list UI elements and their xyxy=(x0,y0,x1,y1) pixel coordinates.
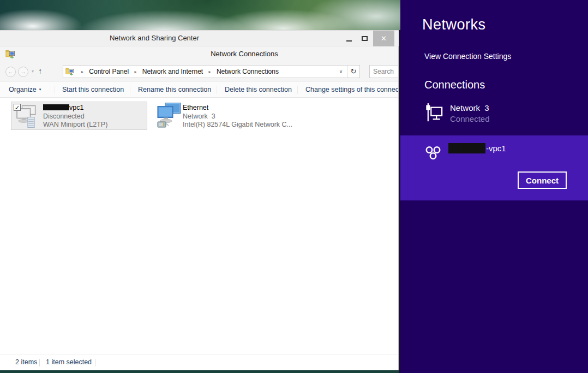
tile-checkbox[interactable]: ✓ xyxy=(14,104,21,111)
vpn-device: WAN Miniport (L2TP) xyxy=(43,121,107,129)
delete-connection-button[interactable]: Delete this connection xyxy=(225,82,292,97)
ethernet-computers-icon xyxy=(157,103,182,129)
nc-titlebar: Network Connections xyxy=(0,46,398,62)
back-button[interactable]: ← xyxy=(5,67,16,77)
search-box xyxy=(369,65,399,78)
redacted-name xyxy=(43,104,69,110)
toolbar-separator xyxy=(55,86,55,94)
navigation-bar: ← → ▾ ↑ ▸ Control Panel ▸ Netw xyxy=(0,62,398,81)
crumb-separator-icon: ▸ xyxy=(134,69,136,74)
wired-network-icon xyxy=(424,103,443,124)
maximize-button[interactable] xyxy=(358,31,371,46)
view-connection-settings-link[interactable]: View Connection Settings xyxy=(424,52,511,61)
start-connection-button[interactable]: Start this connection xyxy=(62,82,124,97)
networks-charm-panel: Networks View Connection Settings Connec… xyxy=(400,0,588,373)
status-separator xyxy=(95,359,95,366)
charm-ethernet-item[interactable]: Network 3 Connected xyxy=(424,103,490,124)
address-dropdown-button[interactable]: ∨ xyxy=(335,66,346,78)
redacted-name xyxy=(448,143,485,153)
toolbar-separator xyxy=(297,86,298,94)
charm-vpn-item-selected[interactable]: -vpc1 Connect xyxy=(400,135,588,200)
address-bar[interactable]: ▸ Control Panel ▸ Network and Internet ▸… xyxy=(63,65,360,78)
nsc-window-title: Network and Sharing Center xyxy=(0,31,309,46)
charm-network-status: Connected xyxy=(450,114,490,123)
vpn-tile-text: vpc1 Disconnected WAN Miniport (L2TP) xyxy=(43,104,107,129)
search-input[interactable] xyxy=(370,66,399,78)
breadcrumb-control-panel[interactable]: Control Panel xyxy=(89,68,129,75)
ethernet-device: Intel(R) 82574L Gigabit Network C... xyxy=(183,121,292,129)
ethernet-connection-tile[interactable]: Ethernet Network 3 Intel(R) 82574L Gigab… xyxy=(154,102,291,130)
breadcrumb: ▸ Control Panel ▸ Network and Internet ▸… xyxy=(77,66,279,78)
crumb-separator-icon: ▸ xyxy=(209,69,211,74)
close-icon: ✕ xyxy=(381,34,387,43)
connect-button[interactable]: Connect xyxy=(518,171,567,189)
breadcrumb-network-connections[interactable]: Network Connections xyxy=(217,68,279,75)
connections-heading: Connections xyxy=(424,79,485,91)
charm-network-name: Network 3 xyxy=(450,103,490,113)
vpn-connection-tile[interactable]: ✓ vpc1 Disconnected WAN Miniport (L2TP) xyxy=(11,102,147,130)
up-button[interactable]: ↑ xyxy=(38,66,43,75)
status-separator xyxy=(39,359,40,366)
network-connections-window: Network Connections ← → ▾ ↑ ▸ Con xyxy=(0,46,399,370)
charm-ethernet-text: Network 3 Connected xyxy=(450,103,490,124)
selected-count: 1 item selected xyxy=(46,354,92,370)
organize-menu[interactable]: Organize▾ xyxy=(9,82,41,97)
command-toolbar: Organize▾ Start this connection Rename t… xyxy=(0,81,398,98)
forward-icon: → xyxy=(20,68,26,75)
vpn-name: vpc1 xyxy=(69,104,83,111)
vpn-status: Disconnected xyxy=(43,113,107,121)
minimize-icon xyxy=(346,40,352,42)
ethernet-network: Network 3 xyxy=(183,113,292,121)
item-count: 2 items xyxy=(15,354,37,370)
toolbar-separator xyxy=(217,86,217,94)
charm-vpn-name: -vpc1 xyxy=(448,143,506,153)
forward-button[interactable]: → xyxy=(18,67,28,77)
change-settings-button[interactable]: Change settings of this connection xyxy=(305,82,399,97)
charm-title: Networks xyxy=(422,16,486,33)
network-sharing-center-titlebar: Network and Sharing Center ✕ xyxy=(0,30,399,46)
toolbar-separator xyxy=(130,86,130,94)
file-list-area[interactable]: ✓ vpc1 Disconnected WAN Miniport (L2TP) xyxy=(0,98,398,354)
refresh-button[interactable]: ↻ xyxy=(347,66,359,78)
ethernet-name: Ethernet xyxy=(183,104,292,113)
recent-locations-button[interactable]: ▾ xyxy=(32,69,34,74)
screen: Network and Sharing Center ✕ Network Con… xyxy=(0,0,588,373)
address-location-icon xyxy=(65,67,74,76)
nc-window-title: Network Connections xyxy=(0,46,399,62)
charm-vpn-name-suffix: -vpc1 xyxy=(486,144,506,153)
crumb-separator-icon: ▸ xyxy=(81,69,83,74)
maximize-icon xyxy=(362,36,368,41)
ethernet-tile-text: Ethernet Network 3 Intel(R) 82574L Gigab… xyxy=(183,104,292,129)
minimize-button[interactable] xyxy=(343,31,356,46)
vpn-knot-icon xyxy=(424,145,443,162)
status-bar: 2 items 1 item selected xyxy=(0,354,398,370)
close-button[interactable]: ✕ xyxy=(373,31,394,46)
organize-chevron-icon: ▾ xyxy=(39,87,41,91)
checkmark-icon: ✓ xyxy=(15,104,20,111)
breadcrumb-network-and-internet[interactable]: Network and Internet xyxy=(142,68,203,75)
rename-connection-button[interactable]: Rename this connection xyxy=(138,82,211,97)
back-icon: ← xyxy=(8,68,14,75)
